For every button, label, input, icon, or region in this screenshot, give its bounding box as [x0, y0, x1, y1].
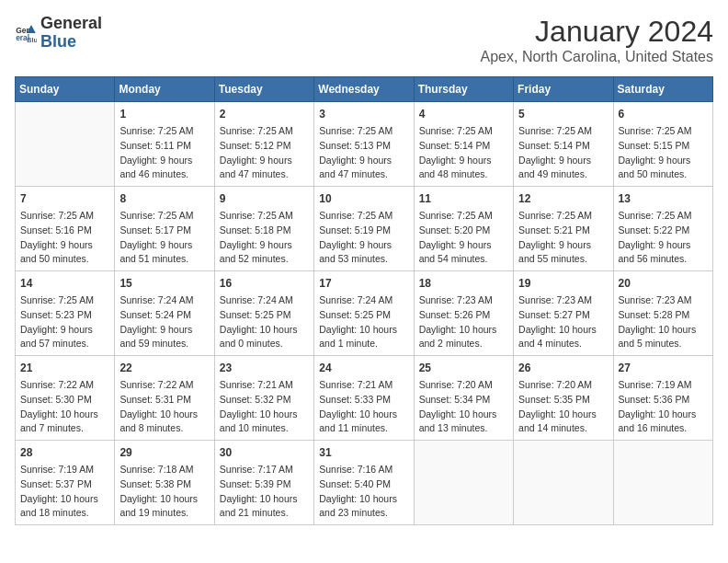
day-number: 16: [220, 275, 309, 292]
table-row: 31Sunrise: 7:16 AMSunset: 5:40 PMDayligh…: [314, 441, 414, 525]
table-row: 24Sunrise: 7:21 AMSunset: 5:33 PMDayligh…: [314, 356, 414, 441]
day-info: Sunrise: 7:25 AMSunset: 5:21 PMDaylight:…: [518, 209, 608, 267]
day-info: Sunrise: 7:25 AMSunset: 5:19 PMDaylight:…: [319, 209, 408, 267]
day-info: Sunrise: 7:18 AMSunset: 5:38 PMDaylight:…: [119, 463, 209, 521]
day-number: 7: [20, 190, 109, 207]
logo: Gen eral Blue General Blue: [15, 15, 102, 52]
day-number: 8: [119, 190, 209, 207]
day-info: Sunrise: 7:20 AMSunset: 5:34 PMDaylight:…: [419, 378, 508, 436]
table-row: 10Sunrise: 7:25 AMSunset: 5:19 PMDayligh…: [314, 187, 414, 271]
day-info: Sunrise: 7:23 AMSunset: 5:28 PMDaylight:…: [619, 293, 708, 351]
day-info: Sunrise: 7:25 AMSunset: 5:14 PMDaylight:…: [518, 124, 608, 182]
table-row: 7Sunrise: 7:25 AMSunset: 5:16 PMDaylight…: [16, 187, 115, 271]
weekday-header: Tuesday: [214, 77, 313, 102]
day-number: 22: [119, 360, 209, 376]
page-subtitle: Apex, North Carolina, United States: [481, 49, 713, 65]
calendar-week-row: 21Sunrise: 7:22 AMSunset: 5:30 PMDayligh…: [16, 356, 713, 441]
calendar-week-row: 28Sunrise: 7:19 AMSunset: 5:37 PMDayligh…: [16, 441, 713, 525]
calendar-week-row: 7Sunrise: 7:25 AMSunset: 5:16 PMDaylight…: [16, 187, 713, 271]
table-row: 9Sunrise: 7:25 AMSunset: 5:18 PMDaylight…: [214, 187, 313, 271]
day-info: Sunrise: 7:25 AMSunset: 5:23 PMDaylight:…: [20, 293, 109, 351]
table-row: 8Sunrise: 7:25 AMSunset: 5:17 PMDaylight…: [115, 187, 214, 271]
calendar-table: SundayMondayTuesdayWednesdayThursdayFrid…: [15, 76, 713, 525]
table-row: 4Sunrise: 7:25 AMSunset: 5:14 PMDaylight…: [414, 102, 513, 187]
day-number: 12: [518, 190, 608, 207]
day-info: Sunrise: 7:20 AMSunset: 5:35 PMDaylight:…: [518, 378, 608, 436]
day-number: 26: [518, 360, 608, 376]
day-info: Sunrise: 7:25 AMSunset: 5:13 PMDaylight:…: [319, 124, 408, 182]
weekday-header: Thursday: [414, 77, 513, 102]
table-row: [414, 441, 513, 525]
table-row: 22Sunrise: 7:22 AMSunset: 5:31 PMDayligh…: [115, 356, 214, 441]
day-number: 3: [319, 106, 408, 122]
day-number: 29: [119, 444, 209, 461]
day-number: 4: [419, 106, 508, 122]
day-info: Sunrise: 7:22 AMSunset: 5:31 PMDaylight:…: [119, 378, 209, 436]
table-row: 13Sunrise: 7:25 AMSunset: 5:22 PMDayligh…: [613, 187, 712, 271]
day-info: Sunrise: 7:25 AMSunset: 5:16 PMDaylight:…: [20, 209, 109, 267]
day-info: Sunrise: 7:17 AMSunset: 5:39 PMDaylight:…: [220, 463, 309, 521]
day-info: Sunrise: 7:24 AMSunset: 5:24 PMDaylight:…: [119, 293, 209, 351]
table-row: 3Sunrise: 7:25 AMSunset: 5:13 PMDaylight…: [314, 102, 414, 187]
weekday-header: Wednesday: [314, 77, 414, 102]
day-info: Sunrise: 7:25 AMSunset: 5:18 PMDaylight:…: [220, 209, 309, 267]
day-number: 19: [518, 275, 608, 292]
day-number: 23: [220, 360, 309, 376]
day-info: Sunrise: 7:25 AMSunset: 5:20 PMDaylight:…: [419, 209, 508, 267]
day-number: 11: [419, 190, 508, 207]
logo-line2: Blue: [40, 33, 102, 52]
table-row: 27Sunrise: 7:19 AMSunset: 5:36 PMDayligh…: [613, 356, 712, 441]
svg-text:Blue: Blue: [27, 35, 37, 43]
calendar-week-row: 14Sunrise: 7:25 AMSunset: 5:23 PMDayligh…: [16, 271, 713, 356]
table-row: [16, 102, 115, 187]
day-number: 15: [119, 275, 209, 292]
day-number: 28: [20, 444, 109, 461]
calendar-week-row: 1Sunrise: 7:25 AMSunset: 5:11 PMDaylight…: [16, 102, 713, 187]
table-row: [514, 441, 613, 525]
table-row: 17Sunrise: 7:24 AMSunset: 5:25 PMDayligh…: [314, 271, 414, 356]
day-info: Sunrise: 7:22 AMSunset: 5:30 PMDaylight:…: [20, 378, 109, 436]
day-number: 31: [319, 444, 408, 461]
day-info: Sunrise: 7:19 AMSunset: 5:36 PMDaylight:…: [619, 378, 708, 436]
day-number: 5: [518, 106, 608, 122]
day-info: Sunrise: 7:25 AMSunset: 5:15 PMDaylight:…: [619, 124, 708, 182]
day-info: Sunrise: 7:24 AMSunset: 5:25 PMDaylight:…: [319, 293, 408, 351]
day-number: 18: [419, 275, 508, 292]
day-info: Sunrise: 7:25 AMSunset: 5:22 PMDaylight:…: [619, 209, 708, 267]
day-info: Sunrise: 7:23 AMSunset: 5:26 PMDaylight:…: [419, 293, 508, 351]
table-row: 16Sunrise: 7:24 AMSunset: 5:25 PMDayligh…: [214, 271, 313, 356]
day-number: 10: [319, 190, 408, 207]
table-row: 20Sunrise: 7:23 AMSunset: 5:28 PMDayligh…: [613, 271, 712, 356]
table-row: 2Sunrise: 7:25 AMSunset: 5:12 PMDaylight…: [214, 102, 313, 187]
day-number: 27: [619, 360, 708, 376]
table-row: 15Sunrise: 7:24 AMSunset: 5:24 PMDayligh…: [115, 271, 214, 356]
table-row: 11Sunrise: 7:25 AMSunset: 5:20 PMDayligh…: [414, 187, 513, 271]
table-row: [613, 441, 712, 525]
title-area: January 2024 Apex, North Carolina, Unite…: [481, 15, 713, 65]
day-info: Sunrise: 7:23 AMSunset: 5:27 PMDaylight:…: [518, 293, 608, 351]
day-number: 20: [619, 275, 708, 292]
day-info: Sunrise: 7:25 AMSunset: 5:11 PMDaylight:…: [119, 124, 209, 182]
day-info: Sunrise: 7:25 AMSunset: 5:14 PMDaylight:…: [419, 124, 508, 182]
table-row: 29Sunrise: 7:18 AMSunset: 5:38 PMDayligh…: [115, 441, 214, 525]
day-number: 6: [619, 106, 708, 122]
weekday-header: Monday: [115, 77, 214, 102]
table-row: 1Sunrise: 7:25 AMSunset: 5:11 PMDaylight…: [115, 102, 214, 187]
header: Gen eral Blue General Blue January 2024 …: [15, 15, 713, 65]
table-row: 21Sunrise: 7:22 AMSunset: 5:30 PMDayligh…: [16, 356, 115, 441]
day-info: Sunrise: 7:19 AMSunset: 5:37 PMDaylight:…: [20, 463, 109, 521]
table-row: 23Sunrise: 7:21 AMSunset: 5:32 PMDayligh…: [214, 356, 313, 441]
day-info: Sunrise: 7:16 AMSunset: 5:40 PMDaylight:…: [319, 463, 408, 521]
day-number: 2: [220, 106, 309, 122]
logo-icon: Gen eral Blue: [15, 22, 37, 44]
day-info: Sunrise: 7:21 AMSunset: 5:33 PMDaylight:…: [319, 378, 408, 436]
day-info: Sunrise: 7:21 AMSunset: 5:32 PMDaylight:…: [220, 378, 309, 436]
weekday-header: Sunday: [16, 77, 115, 102]
table-row: 30Sunrise: 7:17 AMSunset: 5:39 PMDayligh…: [214, 441, 313, 525]
logo-text: General Blue: [40, 15, 102, 52]
day-number: 13: [619, 190, 708, 207]
table-row: 12Sunrise: 7:25 AMSunset: 5:21 PMDayligh…: [514, 187, 613, 271]
day-number: 24: [319, 360, 408, 376]
page-title: January 2024: [481, 15, 713, 49]
day-info: Sunrise: 7:25 AMSunset: 5:17 PMDaylight:…: [119, 209, 209, 267]
